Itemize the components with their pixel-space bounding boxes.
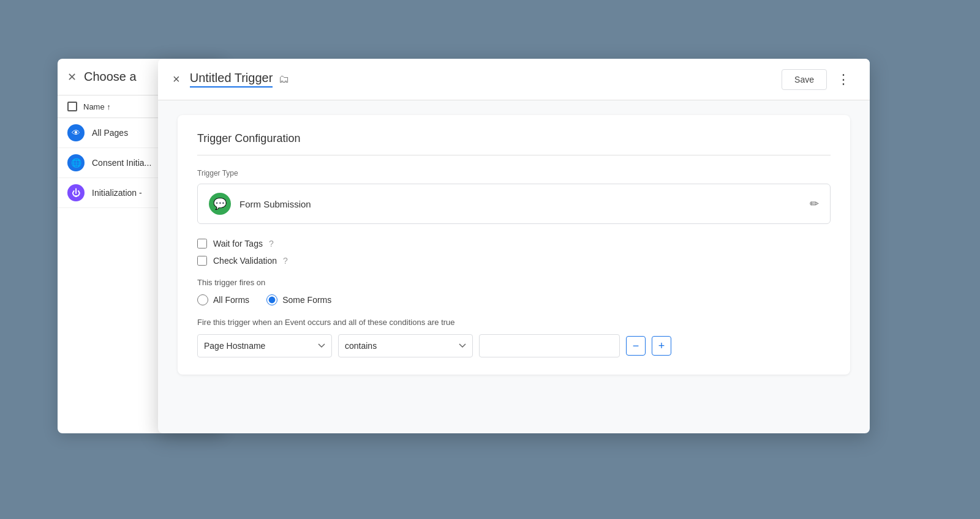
trigger-config-card: Trigger Configuration Trigger Type 💬 For… <box>178 115 850 375</box>
more-options-button[interactable]: ⋮ <box>832 69 855 90</box>
page-hostname-select[interactable]: Page Hostname <box>197 334 332 357</box>
dialog-title[interactable]: Untitled Trigger <box>190 71 273 88</box>
check-validation-checkbox[interactable] <box>197 256 207 266</box>
all-pages-icon: 👁 <box>67 124 85 141</box>
dialog-content: Trigger Configuration Trigger Type 💬 For… <box>158 100 870 433</box>
check-validation-help-icon[interactable]: ? <box>283 256 288 266</box>
form-submission-icon: 💬 <box>209 193 231 215</box>
check-validation-label[interactable]: Check Validation <box>213 256 277 266</box>
check-validation-row: Check Validation ? <box>197 256 831 266</box>
trigger-type-box[interactable]: 💬 Form Submission ✏ <box>197 184 831 224</box>
condition-row: Page Hostname contains − + <box>197 334 831 357</box>
consent-label: Consent Initia... <box>92 158 151 168</box>
condition-label: Fire this trigger when an Event occurs a… <box>197 318 831 327</box>
remove-condition-button[interactable]: − <box>626 336 646 356</box>
wait-for-tags-help-icon[interactable]: ? <box>269 239 274 248</box>
all-forms-option[interactable]: All Forms <box>197 294 249 305</box>
trigger-type-value: Form Submission <box>239 199 801 209</box>
dialog-actions: Save ⋮ <box>782 69 855 90</box>
all-forms-label[interactable]: All Forms <box>213 295 249 305</box>
save-button[interactable]: Save <box>782 69 827 90</box>
wait-for-tags-checkbox[interactable] <box>197 239 207 248</box>
some-forms-option[interactable]: Some Forms <box>266 294 331 305</box>
dialog-header: × Untitled Trigger 🗂 Save ⋮ <box>158 59 870 100</box>
sort-checkbox-icon <box>67 102 77 111</box>
some-forms-label[interactable]: Some Forms <box>282 295 331 305</box>
all-forms-radio[interactable] <box>197 294 208 305</box>
choose-panel-title: Choose a <box>84 70 137 84</box>
consent-icon: 🌐 <box>67 154 85 171</box>
fires-on-radio-group: All Forms Some Forms <box>197 294 831 305</box>
dialog-title-area: Untitled Trigger 🗂 <box>190 71 782 88</box>
condition-value-input[interactable] <box>479 334 620 357</box>
trigger-dialog: × Untitled Trigger 🗂 Save ⋮ Trigger Conf… <box>158 59 870 433</box>
wait-for-tags-row: Wait for Tags ? <box>197 239 831 248</box>
wait-for-tags-label[interactable]: Wait for Tags <box>213 239 263 248</box>
edit-trigger-icon[interactable]: ✏ <box>810 197 819 211</box>
dialog-close-icon[interactable]: × <box>173 72 180 86</box>
trigger-type-label: Trigger Type <box>197 169 831 177</box>
name-sort-label[interactable]: Name ↑ <box>83 102 111 111</box>
all-pages-label: All Pages <box>92 128 128 138</box>
card-title: Trigger Configuration <box>197 132 831 155</box>
fires-on-label: This trigger fires on <box>197 278 831 287</box>
init-label: Initialization - <box>92 188 142 198</box>
add-condition-button[interactable]: + <box>652 336 671 356</box>
init-icon: ⏻ <box>67 184 85 201</box>
folder-icon[interactable]: 🗂 <box>279 73 290 86</box>
choose-panel-close-icon[interactable]: ✕ <box>67 70 77 84</box>
contains-select[interactable]: contains <box>338 334 473 357</box>
some-forms-radio[interactable] <box>266 294 277 305</box>
